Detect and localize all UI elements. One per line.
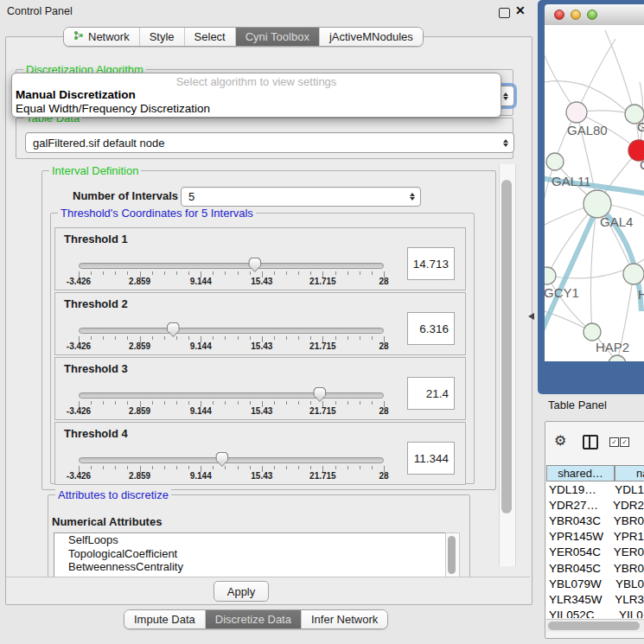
threshold-value-field[interactable]: 21.4 — [407, 377, 455, 410]
table-cell[interactable]: YBR045C — [546, 562, 612, 575]
table-cell[interactable]: YDR27… — [546, 499, 611, 512]
threshold-3-slider[interactable] — [79, 392, 384, 398]
table-cell[interactable]: YBL079W — [546, 577, 614, 590]
gear-icon[interactable]: ⚙ — [554, 432, 566, 449]
tick-mark — [164, 466, 165, 469]
tick-mark — [152, 271, 153, 275]
table-cell[interactable]: YBR0 — [612, 514, 644, 527]
table-cell[interactable]: YPR145W — [546, 530, 612, 543]
number-of-intervals-label: Number of Intervals — [73, 189, 178, 202]
list-item[interactable]: BetweennessCentrality — [54, 560, 459, 574]
tick-label: 21.715 — [309, 341, 336, 351]
table-row[interactable]: YBR043CYBR0 — [546, 513, 644, 528]
tab-infer-network[interactable]: Infer Network — [301, 610, 387, 628]
slider-track[interactable] — [79, 392, 384, 399]
table-row[interactable]: YPR145WYPR1 — [546, 529, 644, 545]
table-cell[interactable]: YER0 — [612, 545, 644, 558]
network-node[interactable] — [609, 355, 626, 361]
tab-cyni-toolbox[interactable]: Cyni Toolbox — [235, 28, 319, 46]
table-cell[interactable]: YDL19… — [546, 483, 613, 496]
tick-mark — [164, 336, 165, 340]
threshold-value-field[interactable]: 14.713 — [407, 247, 455, 280]
table-row[interactable]: YDL19…YDL1 — [546, 481, 644, 497]
table-cell[interactable]: YIL052C — [546, 609, 617, 618]
table-row[interactable]: YDR27…YDR2 — [546, 497, 644, 513]
table-hscrollbar[interactable] — [546, 619, 644, 632]
table-cell[interactable]: YPR1 — [612, 530, 644, 543]
checkbox-icon[interactable]: ✓ — [620, 437, 629, 447]
table-row[interactable]: YBL079WYBL0 — [546, 576, 644, 591]
column-header-name[interactable]: na — [615, 465, 644, 481]
tick-label: 21.715 — [309, 277, 336, 286]
scrollbar-thumb[interactable] — [448, 536, 456, 574]
slider-track[interactable] — [79, 457, 384, 463]
threshold-1-slider[interactable] — [79, 263, 384, 268]
table-row[interactable]: YER054CYER0 — [546, 545, 644, 560]
threshold-4-panel: Threshold 4 -3.4262.8599.14415.4321.7152… — [54, 422, 466, 485]
checkbox-icon[interactable]: ✓ — [609, 437, 619, 447]
tab-impute-data[interactable]: Impute Data — [124, 610, 205, 628]
table-cell[interactable]: YER054C — [546, 545, 612, 558]
table-cell[interactable]: YBL0 — [614, 577, 644, 590]
tick-label: 15.43 — [251, 277, 272, 286]
minimize-traffic-light[interactable] — [571, 10, 581, 20]
table-cell[interactable]: YBR0 — [612, 562, 644, 575]
network-node[interactable] — [546, 153, 564, 170]
network-window[interactable]: GAL80GACGAL11GAL4GCY1HHAP2 — [538, 0, 644, 394]
network-node[interactable] — [583, 323, 601, 341]
number-of-intervals-combobox[interactable]: 5 — [181, 187, 421, 207]
network-node[interactable] — [623, 264, 644, 284]
network-canvas[interactable]: GAL80GACGAL11GAL4GCY1HHAP2 — [545, 25, 644, 361]
tab-network[interactable]: Network — [64, 28, 139, 46]
list-item[interactable]: TopologicalCoefficient — [54, 547, 459, 561]
table-cell[interactable]: YBR043C — [546, 514, 612, 527]
slider-track[interactable] — [79, 328, 384, 334]
node-table[interactable]: YDL19…YDL1YDR27…YDR2YBR043CYBR0YPR145WYP… — [546, 481, 644, 618]
table-data-combobox[interactable]: galFiltered.sif default node — [25, 132, 514, 153]
network-node[interactable] — [545, 267, 556, 284]
tab-jactivemnodules[interactable]: jActiveMNodules — [319, 28, 423, 46]
float-window-icon[interactable] — [499, 8, 510, 18]
table-cell[interactable]: YDL1 — [613, 483, 644, 496]
table-cell[interactable]: YLR3 — [613, 593, 644, 606]
network-node[interactable] — [566, 102, 587, 123]
dropdown-option-equal-width[interactable]: Equal Width/Frequency Discretization — [12, 102, 501, 116]
tab-select[interactable]: Select — [184, 28, 235, 46]
scrollbar-thumb[interactable] — [548, 622, 640, 630]
slider-track[interactable] — [79, 263, 384, 269]
tab-discretize-data[interactable]: Discretize Data — [205, 610, 301, 628]
slider-thumb[interactable] — [215, 452, 228, 467]
tick-mark — [91, 401, 92, 405]
threshold-value-field[interactable]: 11.344 — [407, 442, 455, 475]
list-scrollbar[interactable] — [445, 532, 460, 578]
column-header-shared-name[interactable]: shared… — [546, 465, 615, 481]
dropdown-option-manual[interactable]: Manual Discretization — [12, 88, 501, 102]
numerical-attributes-list[interactable]: SelfLoopsTopologicalCoefficientBetweenne… — [54, 532, 460, 578]
panel-scrollbar[interactable] — [499, 164, 516, 566]
table-row[interactable]: YBR045CYBR0 — [546, 560, 644, 576]
zoom-traffic-light[interactable] — [587, 10, 597, 20]
table-cell[interactable]: YIL0 — [617, 609, 643, 618]
table-row[interactable]: YLR345WYLR3 — [546, 591, 644, 607]
scrollbar-thumb[interactable] — [501, 180, 512, 513]
table-cell[interactable]: YDR2 — [611, 499, 644, 512]
close-icon[interactable]: ✕ — [515, 3, 526, 17]
combo-stepper-icon — [503, 133, 508, 152]
control-panel-tabbar: Network Style Select Cyni Toolbox jActiv… — [63, 27, 424, 47]
list-item[interactable]: SelfLoops — [54, 533, 459, 547]
threshold-4-slider[interactable] — [79, 457, 384, 462]
tab-style[interactable]: Style — [139, 28, 184, 46]
network-window-titlebar[interactable] — [545, 4, 644, 26]
threshold-value-field[interactable]: 6.316 — [407, 312, 455, 345]
threshold-2-slider[interactable] — [79, 328, 384, 333]
close-traffic-light[interactable] — [554, 10, 564, 20]
slider-thumb[interactable] — [167, 322, 180, 337]
tick-mark — [103, 401, 104, 405]
split-columns-icon[interactable] — [583, 435, 598, 450]
slider-thumb[interactable] — [248, 258, 261, 272]
slider-tick-labels: -3.4262.8599.14415.4321.71528 — [79, 277, 384, 287]
table-row[interactable]: YIL052CYIL0 — [546, 608, 644, 619]
table-cell[interactable]: YLR345W — [546, 593, 613, 606]
slider-thumb[interactable] — [313, 387, 326, 402]
apply-button[interactable]: Apply — [214, 581, 269, 602]
